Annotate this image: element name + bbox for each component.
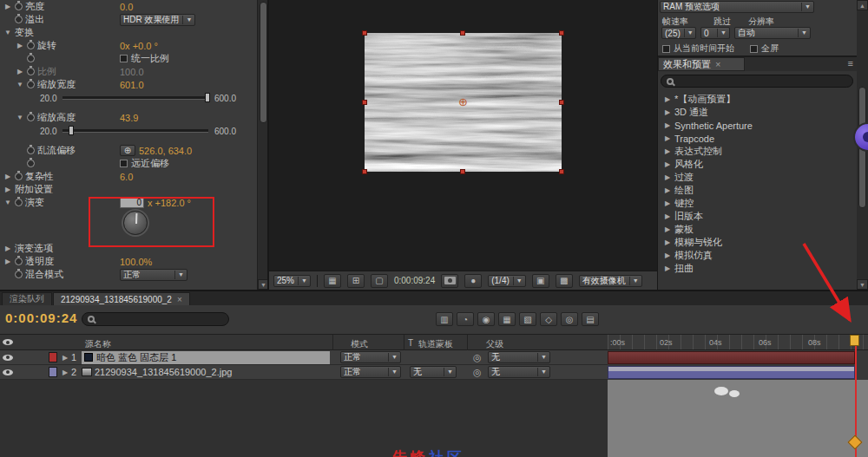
- column-trkmat[interactable]: 轨道蒙板: [418, 338, 453, 350]
- expand-icon[interactable]: ▶: [663, 212, 672, 220]
- blend-mode-select[interactable]: 正常 ▼: [120, 269, 187, 281]
- stopwatch-icon[interactable]: [27, 160, 35, 167]
- column-source-name[interactable]: 源名称: [85, 338, 111, 350]
- stopwatch-icon[interactable]: [15, 16, 23, 23]
- hide-shy-layers-icon[interactable]: ◉: [477, 312, 495, 326]
- property-value[interactable]: 100.0%: [120, 257, 152, 267]
- viewer-timecode[interactable]: 0:00:09:24: [394, 276, 435, 285]
- effects-category[interactable]: ▶*【动画预置】: [658, 93, 854, 106]
- effects-category[interactable]: ▶扭曲: [658, 262, 854, 275]
- expand-icon[interactable]: ▶: [61, 354, 69, 362]
- property-value[interactable]: 43.9: [120, 113, 138, 123]
- stopwatch-icon[interactable]: [15, 258, 23, 265]
- layer-row[interactable]: ▶ 1 暗色 蓝色 固态层 1 正常▼ ◎ 无▼: [0, 350, 608, 365]
- property-value[interactable]: 526.0, 634.0: [139, 146, 192, 156]
- selection-handle[interactable]: [362, 100, 367, 105]
- layer-name[interactable]: 暗色 蓝色 固态层 1: [82, 351, 330, 364]
- expand-icon[interactable]: ▶: [663, 147, 672, 155]
- scroll-down-button[interactable]: ▼: [857, 279, 868, 290]
- grid-icon[interactable]: ⊞: [347, 274, 365, 288]
- scroll-up-button[interactable]: ▲: [857, 0, 868, 10]
- panel-menu-icon[interactable]: ≡: [848, 58, 853, 69]
- property-value[interactable]: 0x +0.0 °: [120, 41, 158, 51]
- pickwhip-icon[interactable]: ◎: [473, 352, 482, 363]
- show-channels-icon[interactable]: ●: [464, 274, 482, 288]
- parent-select[interactable]: 无▼: [488, 366, 550, 378]
- effects-category[interactable]: ▶绘图: [658, 184, 854, 197]
- eye-icon[interactable]: [3, 355, 13, 361]
- mode-select[interactable]: 正常▼: [340, 366, 401, 378]
- composition-layer-image[interactable]: ⊕: [365, 33, 562, 172]
- stopwatch-icon[interactable]: [15, 271, 23, 278]
- collapse-icon[interactable]: ▼: [3, 29, 12, 36]
- frame-blending-icon[interactable]: ▦: [498, 312, 516, 326]
- effects-category[interactable]: ▶模糊与锐化: [658, 236, 854, 249]
- collapse-icon[interactable]: ▼: [16, 81, 24, 88]
- camera-view-select[interactable]: 有效摄像机 ▼: [579, 275, 642, 287]
- column-mode[interactable]: 模式: [351, 338, 368, 350]
- stopwatch-icon[interactable]: [15, 173, 23, 180]
- column-parent[interactable]: 父级: [486, 338, 503, 350]
- ram-preview-options-select[interactable]: RAM 预览选项 ▼: [660, 1, 814, 13]
- full-screen-checkbox[interactable]: [750, 45, 758, 53]
- parent-select[interactable]: 无▼: [488, 351, 550, 363]
- layer-duration-bar[interactable]: [608, 351, 855, 364]
- transparency-grid-icon[interactable]: ▩: [556, 274, 573, 288]
- tab-composition[interactable]: 21290934_131845619000_2 ×: [53, 292, 190, 305]
- scale-height-slider[interactable]: [62, 129, 208, 133]
- stopwatch-icon[interactable]: [15, 3, 23, 10]
- resolution-select[interactable]: (1/4) ▼: [488, 275, 526, 287]
- current-time-display[interactable]: 0:00:09:24: [5, 310, 77, 325]
- eye-icon[interactable]: [3, 369, 13, 375]
- collapse-icon[interactable]: ▼: [16, 114, 24, 121]
- slider-handle[interactable]: [69, 126, 74, 135]
- region-of-interest-icon[interactable]: ▣: [532, 274, 549, 288]
- expand-icon[interactable]: ▶: [663, 186, 672, 194]
- stopwatch-icon[interactable]: [27, 147, 35, 154]
- snapshot-icon[interactable]: [441, 274, 458, 288]
- scrollbar-thumb[interactable]: [260, 2, 267, 123]
- expand-icon[interactable]: ▶: [663, 264, 672, 272]
- expand-icon[interactable]: ▶: [663, 95, 672, 103]
- effect-controls-scrollbar[interactable]: ▼: [257, 0, 269, 290]
- motion-blur-icon[interactable]: ▧: [519, 312, 536, 326]
- frame-rate-select[interactable]: (25) ▼: [661, 27, 696, 39]
- selection-handle[interactable]: [559, 30, 564, 36]
- skip-select[interactable]: 0 ▼: [700, 27, 730, 39]
- from-current-time-checkbox[interactable]: [662, 45, 670, 53]
- composition-flowchart-icon[interactable]: ▥: [436, 312, 453, 326]
- selection-handle[interactable]: [460, 169, 465, 174]
- effects-category[interactable]: ▶表达式控制: [658, 145, 854, 158]
- expand-icon[interactable]: ▶: [16, 68, 24, 75]
- stopwatch-icon[interactable]: [27, 114, 35, 121]
- expand-icon[interactable]: ▶: [3, 258, 12, 265]
- effects-category[interactable]: ▶风格化: [658, 158, 854, 171]
- timeline-search-input[interactable]: [82, 312, 229, 326]
- selection-handle[interactable]: [362, 30, 367, 36]
- expand-icon[interactable]: ▶: [663, 108, 672, 116]
- expand-icon[interactable]: ▶: [3, 186, 12, 193]
- expand-icon[interactable]: ▶: [663, 121, 672, 129]
- expand-icon[interactable]: ▶: [663, 238, 672, 246]
- effects-category[interactable]: ▶3D 通道: [658, 106, 854, 119]
- pickwhip-icon[interactable]: ◎: [473, 367, 482, 378]
- expand-icon[interactable]: ▶: [663, 134, 672, 142]
- mode-select[interactable]: 正常▼: [340, 351, 401, 363]
- expand-icon[interactable]: ▶: [3, 245, 12, 252]
- scale-width-slider[interactable]: [62, 96, 208, 100]
- expand-icon[interactable]: ▶: [663, 199, 672, 207]
- effects-category[interactable]: ▶旧版本: [658, 210, 854, 223]
- property-value[interactable]: 601.0: [120, 80, 144, 90]
- selection-handle[interactable]: [460, 30, 465, 36]
- scroll-down-button[interactable]: ▼: [258, 279, 269, 290]
- expand-icon[interactable]: ▶: [3, 173, 12, 180]
- stopwatch-icon[interactable]: [27, 42, 35, 49]
- layer-duration-bar[interactable]: [608, 366, 855, 379]
- effects-category[interactable]: ▶模拟仿真: [658, 249, 854, 262]
- stopwatch-icon[interactable]: [27, 55, 35, 62]
- effects-category[interactable]: ▶Synthetic Aperture: [658, 119, 854, 132]
- graph-editor-icon[interactable]: ▤: [582, 312, 599, 326]
- anchor-point-icon[interactable]: ⊕: [458, 95, 468, 108]
- preview-resolution-select[interactable]: 自动 ▼: [734, 27, 811, 39]
- tab-render-queue[interactable]: 渲染队列: [2, 292, 52, 305]
